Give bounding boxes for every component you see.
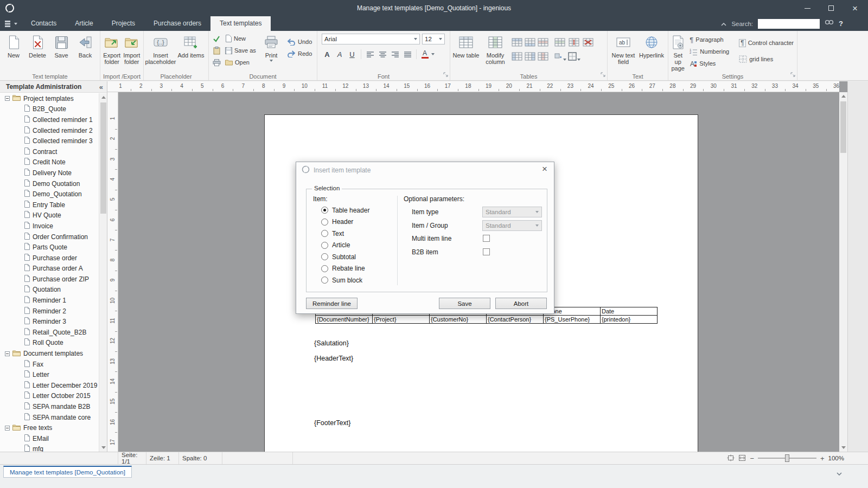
underline-button[interactable]: U	[347, 49, 358, 60]
grid-lines-button[interactable]: grid lines	[737, 53, 795, 65]
set-up-page-button[interactable]: Set up page	[670, 33, 686, 72]
tree-item[interactable]: Entry Table	[0, 200, 99, 210]
tree-item[interactable]: Purchase order A	[0, 264, 99, 274]
chevron-down-icon[interactable]	[837, 470, 842, 477]
menu-tab[interactable]: Purchase orders	[144, 16, 210, 31]
clipboard-button[interactable]	[210, 44, 222, 56]
radio-option[interactable]: Sum block	[321, 274, 369, 286]
tree-item[interactable]: Order Confirmation	[0, 232, 99, 242]
import-folder-button[interactable]: Import folder	[122, 33, 142, 65]
add-items-button[interactable]: Add items	[176, 33, 206, 59]
scroll-up-icon[interactable]	[99, 93, 107, 101]
insert-row-below-button[interactable]	[525, 38, 535, 48]
font-color-button[interactable]: A	[420, 50, 430, 59]
tree-item[interactable]: Invoice	[0, 221, 99, 232]
font-color-dropdown-icon[interactable]	[431, 53, 435, 55]
insert-column-right-button[interactable]	[525, 52, 535, 62]
multi-item-line-checkbox[interactable]	[483, 235, 490, 242]
styles-button[interactable]: A Styles	[688, 57, 731, 69]
tree-item[interactable]: Reminder 2	[0, 306, 99, 317]
sidebar-scrollbar[interactable]	[99, 93, 107, 452]
radio-option[interactable]: Rebate line	[321, 263, 369, 275]
tree-item[interactable]: Contract	[0, 146, 99, 157]
justify-button[interactable]	[402, 49, 413, 60]
new-template-button[interactable]: New	[2, 33, 25, 59]
delete-row-button[interactable]	[538, 38, 548, 48]
scrollbar-thumb[interactable]	[840, 101, 846, 153]
item-type-select[interactable]: Standard	[482, 207, 542, 217]
radio-option[interactable]: Subtotal	[321, 251, 369, 263]
tree-item[interactable]: Collected reminder 1	[0, 114, 99, 125]
tree-item[interactable]: Document templates	[0, 348, 99, 359]
tree-item[interactable]: Fax	[0, 359, 99, 370]
tree-item[interactable]: Collected reminder 3	[0, 136, 99, 146]
save-as-button[interactable]: Save as	[224, 44, 259, 56]
fit-page-icon[interactable]	[727, 454, 735, 463]
numbering-button[interactable]: 12 Numbering	[688, 46, 731, 57]
insert-column-left-button[interactable]	[512, 52, 522, 62]
check-button[interactable]	[210, 33, 222, 44]
tree-item[interactable]: Credit Note	[0, 157, 99, 168]
tree-item[interactable]: Delivery Note	[0, 168, 99, 178]
insert-placeholder-button[interactable]: {..} Insert placeholder	[145, 33, 176, 65]
tree-item[interactable]: Collected reminder 2	[0, 125, 99, 136]
tree-item[interactable]: SEPA mandate core	[0, 412, 99, 423]
print-button[interactable]: Print	[259, 33, 283, 62]
tree-item[interactable]: Retail_Quote_B2B	[0, 327, 99, 338]
tree-item[interactable]: Project templates	[0, 93, 99, 104]
document-tab[interactable]: Manage text templates [Demo_Quotation]	[3, 466, 132, 478]
radio-option[interactable]: Article	[321, 240, 369, 252]
b2b-item-checkbox[interactable]	[483, 248, 490, 255]
maximize-button[interactable]	[819, 0, 843, 16]
menu-tab[interactable]: Article	[66, 16, 102, 31]
font-family-select[interactable]: Arial	[322, 34, 420, 44]
align-center-button[interactable]	[377, 49, 388, 60]
collapse-sidebar-icon[interactable]: «	[99, 84, 103, 91]
align-left-button[interactable]	[365, 49, 375, 60]
scroll-down-icon[interactable]	[99, 444, 107, 452]
tree-item[interactable]: Quotation	[0, 285, 99, 296]
modify-column-button[interactable]: Modify column	[480, 33, 510, 65]
new-text-field-button[interactable]: ab New text field	[609, 33, 637, 65]
borders-button[interactable]	[568, 52, 580, 62]
scroll-up-icon[interactable]	[839, 92, 847, 100]
split-cells-button[interactable]	[569, 38, 579, 48]
close-button[interactable]: ×	[843, 0, 867, 16]
reminder-line-button[interactable]: Reminder line	[306, 298, 358, 309]
document-scrollbar[interactable]	[839, 92, 847, 452]
tree-item[interactable]: Roll Quote	[0, 338, 99, 349]
zoom-out-button[interactable]: −	[750, 454, 754, 463]
tree-item[interactable]: Free texts	[0, 422, 99, 433]
menu-tab[interactable]: Projects	[103, 16, 144, 31]
save-template-button[interactable]: Save	[49, 33, 73, 59]
minimize-button[interactable]	[795, 0, 819, 16]
back-button[interactable]: Back	[73, 33, 97, 59]
redo-button[interactable]: Redo	[285, 48, 314, 60]
app-menu-button[interactable]	[0, 16, 22, 31]
italic-button[interactable]: A	[334, 49, 345, 60]
tree-item[interactable]: Reminder 3	[0, 316, 99, 327]
tree-item[interactable]: Purchase order ZIP	[0, 274, 99, 285]
advanced-search-icon[interactable]	[825, 19, 834, 28]
hyperlink-button[interactable]: Hyperlink	[637, 33, 666, 59]
zoom-slider-thumb[interactable]	[785, 454, 789, 462]
tree-item[interactable]: Demo_Quotation	[0, 189, 99, 200]
menu-tab[interactable]: Contacts	[22, 16, 66, 31]
item-group-select[interactable]: Standard	[482, 220, 542, 231]
font-size-select[interactable]: 12	[422, 34, 445, 44]
menu-tab[interactable]: Text templates	[210, 16, 271, 31]
delete-column-button[interactable]	[538, 52, 548, 62]
export-folder-button[interactable]: Export folder	[102, 33, 122, 65]
help-icon[interactable]: ?	[839, 20, 843, 28]
undo-button[interactable]: Undo	[285, 36, 314, 48]
delete-template-button[interactable]: Delete	[25, 33, 49, 59]
radio-option[interactable]: Header	[321, 216, 369, 228]
tree-item[interactable]: mfg	[0, 444, 99, 452]
tree-item[interactable]: B2B_Quote	[0, 104, 99, 115]
collapse-ribbon-icon[interactable]	[721, 20, 726, 28]
tree-item[interactable]: Demo Quotation	[0, 178, 99, 189]
collapse-toggle-icon[interactable]	[5, 96, 10, 101]
paragraph-button[interactable]: ¶ Paragraph	[688, 34, 731, 46]
quick-print-button[interactable]	[210, 56, 222, 68]
tree-item[interactable]: EMail	[0, 433, 99, 444]
